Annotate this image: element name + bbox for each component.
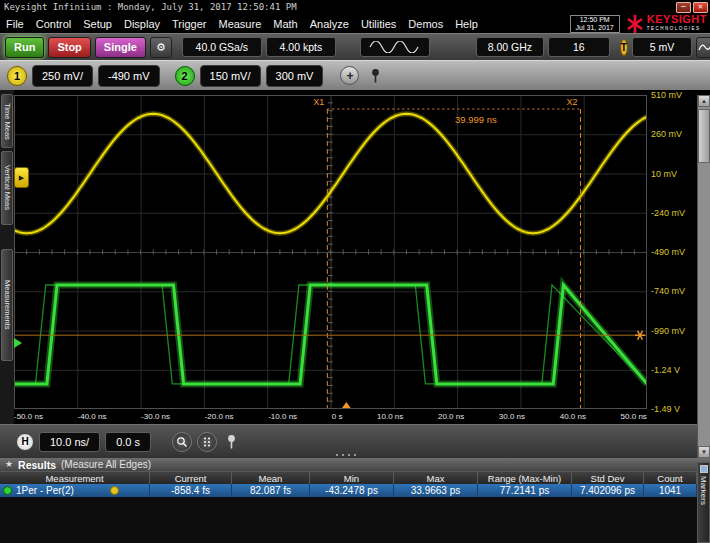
col-min[interactable]: Min xyxy=(310,471,394,484)
tab-vertical-meas-label: Vertical Meas xyxy=(3,165,12,210)
menu-display[interactable]: Display xyxy=(118,17,166,31)
trigger-level-box[interactable]: 5 mV xyxy=(632,37,692,57)
minimize-icon: – xyxy=(681,3,686,11)
tab-measurements[interactable]: Measurements xyxy=(1,249,13,361)
up-arrow-icon: ▲ xyxy=(701,98,707,104)
memory-depth-box[interactable]: 4.00 kpts xyxy=(266,37,336,57)
tab-time-meas[interactable]: Time Meas xyxy=(1,94,13,148)
averages-box[interactable]: 16 xyxy=(548,37,610,57)
menu-control[interactable]: Control xyxy=(30,17,77,31)
x-tick: -50.0 ns xyxy=(14,412,43,421)
zoom-button[interactable] xyxy=(172,432,192,452)
menu-utilities[interactable]: Utilities xyxy=(355,17,402,31)
vertical-scrollbar[interactable]: ▲ ▼ xyxy=(697,95,710,458)
y-tick: 10 mV xyxy=(651,169,697,179)
menu-trigger[interactable]: Trigger xyxy=(166,17,212,31)
pin-icon[interactable] xyxy=(226,434,237,450)
markers-icon xyxy=(700,465,708,473)
table-row[interactable]: 1Per - Per(2) -858.4 fs 82.087 fs -43.24… xyxy=(0,484,697,497)
stop-button[interactable]: Stop xyxy=(48,37,90,58)
col-stddev[interactable]: Std Dev xyxy=(572,471,644,484)
splitter-handle[interactable] xyxy=(336,454,356,456)
channel1-badge[interactable]: 1 xyxy=(7,66,27,86)
channel1-scale-box[interactable]: 250 mV/ xyxy=(32,65,93,87)
col-range[interactable]: Range (Max-Min) xyxy=(478,471,572,484)
channel1-ground-marker[interactable]: ▶ xyxy=(14,167,29,188)
col-current[interactable]: Current xyxy=(150,471,232,484)
col-max[interactable]: Max xyxy=(394,471,478,484)
clock-time: 12:50 PM xyxy=(576,16,614,24)
y-tick: -1.49 V xyxy=(651,404,697,414)
x-tick: 30.0 ns xyxy=(499,412,525,421)
tab-markers[interactable]: Markers xyxy=(697,462,710,543)
keysight-spark-icon xyxy=(625,14,645,34)
svg-text:X1: X1 xyxy=(313,97,324,107)
run-button[interactable]: Run xyxy=(5,37,44,58)
brand-subtitle: TECHNOLOGIES xyxy=(647,24,707,33)
sample-rate-box[interactable]: 40.0 GSa/s xyxy=(182,37,262,57)
current-value: -858.4 fs xyxy=(150,484,232,497)
menu-help[interactable]: Help xyxy=(449,17,484,31)
clock-display: 12:50 PM Jul 31, 2017 xyxy=(570,15,620,33)
y-tick: -990 mV xyxy=(651,326,697,336)
menu-bar: File Control Setup Display Trigger Measu… xyxy=(0,14,710,33)
channel2-ground-marker[interactable] xyxy=(14,338,22,348)
svg-text:39.999 ns: 39.999 ns xyxy=(455,114,497,125)
close-icon: ✕ xyxy=(698,3,703,11)
tab-measurements-label: Measurements xyxy=(3,280,12,330)
scrollbar-thumb[interactable] xyxy=(698,109,710,163)
menu-math[interactable]: Math xyxy=(267,17,303,31)
channel2-color-dot xyxy=(3,486,12,495)
channel1-offset-box[interactable]: -490 mV xyxy=(98,65,160,87)
bandwidth-box[interactable]: 8.00 GHz xyxy=(476,37,544,57)
menu-demos[interactable]: Demos xyxy=(402,17,449,31)
channel2-offset-box[interactable]: 300 mV xyxy=(266,65,324,87)
channel-bar: 1 250 mV/ -490 mV 2 150 mV/ 300 mV + xyxy=(0,60,710,90)
menu-file[interactable]: File xyxy=(0,17,30,31)
col-count[interactable]: Count xyxy=(644,471,697,484)
max-value: 33.9663 ps xyxy=(394,484,478,497)
horizontal-toolbar: H 10.0 ns/ 0.0 s xyxy=(0,424,697,458)
dots-grid-icon xyxy=(202,436,212,448)
close-button[interactable]: ✕ xyxy=(693,2,708,13)
tab-vertical-meas[interactable]: Vertical Meas xyxy=(1,151,13,225)
range-value: 77.2141 ps xyxy=(478,484,572,497)
grid-options-button[interactable] xyxy=(197,432,217,452)
timebase-scale-box[interactable]: 10.0 ns/ xyxy=(39,432,100,452)
scope-graticule[interactable]: X1X239.999 ns ▶ xyxy=(14,95,647,409)
trigger-badge[interactable]: T xyxy=(620,39,628,56)
keysight-logo: KEYSIGHT TECHNOLOGIES xyxy=(625,14,707,34)
menu-setup[interactable]: Setup xyxy=(77,17,118,31)
settings-button[interactable]: ⚙ xyxy=(150,37,172,58)
window-title: Keysight Infiniium : Monday, July 31, 20… xyxy=(4,2,297,12)
channel2-badge[interactable]: 2 xyxy=(175,66,195,86)
waveform-icon xyxy=(698,41,710,53)
menu-analyze[interactable]: Analyze xyxy=(304,17,355,31)
horizontal-badge[interactable]: H xyxy=(16,433,34,451)
pin-icon[interactable] xyxy=(370,68,381,84)
x-tick: -30.0 ns xyxy=(141,412,170,421)
channel2-scale-box[interactable]: 150 mV/ xyxy=(200,65,261,87)
col-mean[interactable]: Mean xyxy=(232,471,310,484)
results-column-headers: Measurement Current Mean Min Max Range (… xyxy=(0,471,697,484)
scroll-up-button[interactable]: ▲ xyxy=(698,95,710,107)
measurement-name-cell: 1Per - Per(2) xyxy=(0,484,150,497)
single-button[interactable]: Single xyxy=(95,37,146,58)
timebase-position-box[interactable]: 0.0 s xyxy=(105,432,151,452)
scroll-down-button[interactable]: ▼ xyxy=(698,446,710,458)
y-tick: -490 mV xyxy=(651,247,697,257)
menu-measure[interactable]: Measure xyxy=(212,17,267,31)
acquisition-toolbar: Run Stop Single ⚙ 40.0 GSa/s 4.00 kpts 8… xyxy=(0,33,710,60)
waveform-display-area: Time Meas Vertical Meas Measurements X1X… xyxy=(0,90,710,424)
title-bar: Keysight Infiniium : Monday, July 31, 20… xyxy=(0,0,710,14)
results-header[interactable]: ★ Results (Measure All Edges) xyxy=(0,458,710,471)
sine-wave-icon xyxy=(369,41,421,53)
col-measurement[interactable]: Measurement xyxy=(0,471,150,484)
results-subtitle: (Measure All Edges) xyxy=(61,459,151,470)
minimize-button[interactable]: – xyxy=(676,2,691,13)
min-value: -43.2478 ps xyxy=(310,484,394,497)
waveform-tools-button[interactable] xyxy=(696,37,710,58)
waveform-type-box[interactable] xyxy=(360,37,430,57)
y-tick: 260 mV xyxy=(651,129,697,139)
add-channel-button[interactable]: + xyxy=(340,66,359,85)
